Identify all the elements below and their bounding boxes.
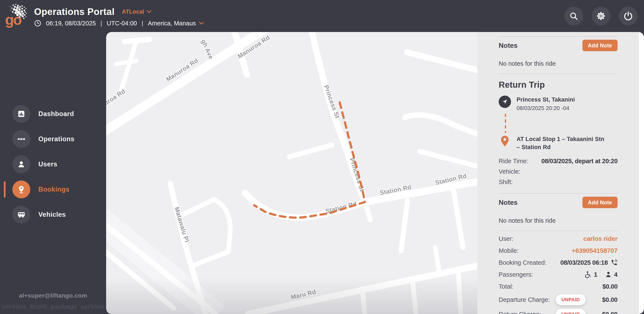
clock-icon [34,20,41,27]
current-time: 06:19, 08/03/2025 [46,20,96,27]
booking-created-value: 08/03/2025 06:18 [560,259,608,266]
map-pin-icon [500,135,510,147]
return-amount: $0.00 [586,311,618,314]
divider [499,193,618,194]
app-header: go Operations Portal ATLocal 06:19, 08/0… [0,0,644,32]
timezone-label: America, Manaus [148,20,196,27]
sidebar-item-label: Vehicles [38,211,66,218]
sidebar-item-label: Dashboard [38,110,74,118]
logout-button[interactable] [619,7,638,25]
app-version: version: $npm_package_version [0,303,106,310]
search-button[interactable] [564,7,583,25]
map-canvas[interactable]: gh Ave Manuroa Rd Manuroa Rd Manuroa Rd … [106,32,477,314]
scrollbar[interactable] [639,32,644,314]
destination-stop: AT Local Stop 1 – Takaanini Stn – Statio… [499,135,618,151]
sidebar-item-users[interactable]: Users [0,155,106,174]
origin-name: Princess St, Takanini [516,96,575,104]
notes-heading: Notes [499,199,518,206]
search-icon [569,12,578,21]
timezone-selector[interactable]: America, Manaus [148,20,204,27]
map-bottom-shadow [106,277,477,314]
street-label: Manuroa Rd [106,88,126,114]
separator: | [142,20,143,27]
page-title: Operations Portal [34,7,115,17]
navigation-arrow-icon [502,99,508,105]
ride-time-value: 08/03/2025, depart at 20:20 [541,158,618,165]
user-email: al+super@liftango.com [0,292,106,299]
shift-label: Shift: [499,179,513,186]
user-link[interactable]: carlos rider [583,235,618,242]
origin-stop: Princess St, Takanini 08/03/2025 20:20 -… [499,96,618,112]
notes-empty-text: No notes for this ride [499,60,618,67]
wheelchair-icon [584,271,592,278]
content-area: gh Ave Manuroa Rd Manuroa Rd Manuroa Rd … [106,32,644,314]
total-value: $0.00 [602,283,618,290]
mobile-label: Mobile: [499,247,519,254]
add-note-button[interactable]: Add Note [582,40,618,51]
chevron-down-icon [146,10,152,14]
total-label: Total: [499,283,513,290]
departure-status-badge: UNPAID [556,294,586,305]
notes-heading: Notes [499,42,518,50]
sidebar-item-label: Operations [38,135,74,143]
booking-created-label: Booking Created: [499,259,546,266]
divider [499,231,618,231]
chevron-down-icon [199,22,204,25]
vehicle-label: Vehicle: [499,168,520,175]
passengers-label: Passengers: [499,271,533,278]
active-indicator [4,181,6,197]
vehicles-icon [12,206,30,224]
divider [499,36,618,37]
sidebar: Dashboard Operations Users [0,32,106,314]
divider [499,74,618,74]
origin-datetime: 08/03/2025 20:20 -04 [516,105,575,112]
departure-amount: $0.00 [586,296,618,303]
users-icon [12,155,30,173]
separator: | [100,20,102,27]
mobile-link[interactable]: +639054158707 [572,247,618,254]
return-trip-heading: Return Trip [499,80,618,90]
sidebar-item-dashboard[interactable]: Dashboard [0,105,106,123]
add-note-button[interactable]: Add Note [582,197,618,208]
operations-icon [12,130,30,148]
gear-icon [596,11,606,21]
notes-empty-text: No notes for this ride [499,217,618,224]
return-status-badge: UNPAID [556,309,586,314]
return-charge-label: Return Charge: [499,311,541,314]
sidebar-item-vehicles[interactable]: Vehicles [0,205,106,224]
utc-offset: UTC-04:00 [107,20,137,27]
power-icon [624,11,633,21]
dashboard-icon [12,105,30,123]
booking-details-panel: Notes Add Note No notes for this ride Re… [477,32,639,314]
origin-icon [499,96,511,108]
departure-charge-label: Departure Charge: [499,296,550,303]
app-logo: go [5,2,30,29]
route-connector [504,113,506,133]
ride-time-label: Ride Time: [499,158,528,165]
standard-count: 4 [614,271,618,278]
destination-name: AT Local Stop 1 – Takaanini Stn – Statio… [516,135,608,151]
environment-selector[interactable]: ATLocal [122,9,152,15]
environment-label: ATLocal [122,9,144,15]
sidebar-item-label: Bookings [38,186,70,193]
settings-button[interactable] [592,7,610,25]
sidebar-item-operations[interactable]: Operations [0,130,106,148]
svg-text:go: go [5,12,22,28]
bookings-icon [12,180,30,198]
sidebar-item-label: Users [38,160,57,168]
street-label: gh Ave [200,38,215,60]
map-roads [106,32,477,314]
passenger-icon [605,271,612,278]
sidebar-item-bookings[interactable]: Bookings [0,180,106,199]
user-label: User: [499,235,513,242]
phone-icon [611,259,618,266]
wheelchair-count: 1 [594,271,598,278]
